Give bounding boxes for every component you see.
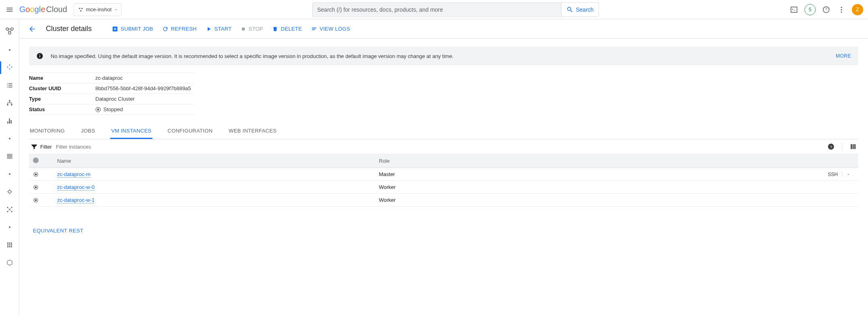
col-name[interactable]: Name xyxy=(53,154,375,168)
svg-rect-29 xyxy=(242,27,245,30)
filter-input[interactable] xyxy=(56,144,823,150)
svg-rect-45 xyxy=(35,199,37,201)
svg-point-7 xyxy=(841,11,842,12)
arrow-left-icon xyxy=(28,25,36,33)
stopped-icon xyxy=(33,184,39,190)
top-bar: Google Cloud mce-inshot Search (/) for r… xyxy=(0,0,868,19)
nav-dot-1[interactable] xyxy=(0,42,19,58)
instance-status xyxy=(29,194,53,207)
column-settings-icon[interactable] xyxy=(849,143,857,150)
clusters-icon xyxy=(6,64,14,72)
table-row: zc-dataproc-w-1Worker xyxy=(29,194,858,207)
search-placeholder: Search (/) for resources, docs, products… xyxy=(317,6,443,13)
nav-autoscaling[interactable] xyxy=(0,113,19,129)
nav-marketplace[interactable] xyxy=(0,255,19,271)
tab-vm-instances[interactable]: VM INSTANCES xyxy=(110,124,152,139)
notifications-badge[interactable]: 5 xyxy=(804,4,816,15)
view-logs-button[interactable]: VIEW LOGS xyxy=(311,26,350,32)
nav-metastore[interactable] xyxy=(0,148,19,164)
svg-text:?: ? xyxy=(825,7,827,12)
instance-name: zc-dataproc-w-1 xyxy=(53,194,375,207)
svg-rect-39 xyxy=(854,144,856,149)
search-button[interactable]: Search xyxy=(562,2,599,17)
stop-button[interactable]: STOP xyxy=(241,26,263,32)
filter-help-icon[interactable]: ? xyxy=(827,143,835,150)
logs-icon xyxy=(311,26,317,32)
tab-configuration[interactable]: CONFIGURATION xyxy=(167,124,214,139)
status-value: Stopped xyxy=(103,106,123,112)
left-sidebar xyxy=(0,19,19,315)
instance-link[interactable]: zc-dataproc-m xyxy=(57,171,91,178)
instance-role: Worker xyxy=(375,194,822,207)
list2-icon xyxy=(6,152,14,160)
instance-link[interactable]: zc-dataproc-w-0 xyxy=(57,184,95,191)
nav-dot-3[interactable] xyxy=(0,166,19,182)
search-container: Search (/) for resources, docs, products… xyxy=(312,2,599,17)
banner-more-button[interactable]: MORE xyxy=(836,53,851,59)
stop-icon xyxy=(241,26,246,32)
submit-job-button[interactable]: SUBMIT JOB xyxy=(112,26,153,32)
logo-cloud: Cloud xyxy=(46,5,67,14)
instance-name: zc-dataproc-w-0 xyxy=(53,181,375,194)
back-button[interactable] xyxy=(27,24,37,34)
banner-text: No image specified. Using the default im… xyxy=(51,53,454,59)
svg-rect-27 xyxy=(9,246,10,247)
filter-icon xyxy=(31,143,38,150)
svg-rect-28 xyxy=(11,246,12,247)
dataproc-service-icon[interactable] xyxy=(0,23,19,38)
nav-component-gateway[interactable] xyxy=(0,237,19,253)
nav-notebooks[interactable] xyxy=(0,201,19,218)
nav-dot-2[interactable] xyxy=(0,131,19,147)
tab-monitoring[interactable]: MONITORING xyxy=(29,124,66,139)
nav-jobs[interactable] xyxy=(0,77,19,93)
equivalent-rest-button[interactable]: EQUIVALENT REST xyxy=(29,228,858,234)
main-content: Cluster details SUBMIT JOB REFRESH START… xyxy=(19,19,868,315)
start-button[interactable]: START xyxy=(206,26,232,32)
help-button[interactable]: ? xyxy=(821,5,831,15)
tab-web-interfaces[interactable]: WEB INTERFACES xyxy=(228,124,278,139)
search-input[interactable]: Search (/) for resources, docs, products… xyxy=(312,2,562,17)
help-icon: ? xyxy=(822,6,830,14)
cloud-shell-button[interactable] xyxy=(789,5,799,15)
instance-actions: SSH xyxy=(822,168,858,181)
gcp-logo[interactable]: Google Cloud xyxy=(19,5,67,14)
svg-rect-43 xyxy=(35,186,37,188)
col-role[interactable]: Role xyxy=(375,154,822,168)
account-avatar[interactable]: Z xyxy=(852,4,863,15)
nav-menu-button[interactable] xyxy=(5,5,14,15)
filter-label: Filter xyxy=(31,143,52,150)
ssh-button[interactable]: SSH xyxy=(828,172,850,177)
top-right-actions: 5 ? Z xyxy=(789,4,863,15)
tree-icon xyxy=(6,99,14,107)
instance-role: Worker xyxy=(375,181,822,194)
nav-clusters[interactable] xyxy=(0,60,19,76)
svg-point-1 xyxy=(81,8,83,9)
svg-rect-32 xyxy=(39,54,40,55)
nav-workflows[interactable] xyxy=(0,95,19,111)
delete-button[interactable]: DELETE xyxy=(272,26,302,32)
svg-rect-21 xyxy=(9,242,10,244)
svg-rect-26 xyxy=(7,246,8,247)
cluster-details-table: Namezc-dataproc Cluster UUID8bbd7556-5bb… xyxy=(29,73,194,115)
bars-icon xyxy=(6,117,14,125)
svg-point-10 xyxy=(8,32,11,34)
kebab-icon xyxy=(837,6,845,14)
hexagon-icon xyxy=(6,259,13,266)
search-icon xyxy=(566,6,574,13)
svg-rect-38 xyxy=(853,144,854,149)
project-picker[interactable]: mce-inshot xyxy=(74,3,122,16)
uuid-value: 8bbd7556-5bbf-428f-94d4-9929f7b889a5 xyxy=(95,85,191,91)
info-icon xyxy=(36,52,43,60)
more-button[interactable] xyxy=(837,5,846,15)
trash-icon xyxy=(272,26,278,32)
nav-dot-4[interactable] xyxy=(0,219,19,235)
refresh-button[interactable]: REFRESH xyxy=(162,26,197,32)
action-bar: Cluster details SUBMIT JOB REFRESH START… xyxy=(19,19,868,39)
col-actions xyxy=(822,154,858,168)
name-value: zc-dataproc xyxy=(95,75,123,81)
instance-status xyxy=(29,168,53,181)
tab-jobs[interactable]: JOBS xyxy=(80,124,96,139)
instance-link[interactable]: zc-dataproc-w-1 xyxy=(57,197,95,203)
terminal-icon xyxy=(790,6,798,14)
nav-serverless[interactable] xyxy=(0,184,19,200)
